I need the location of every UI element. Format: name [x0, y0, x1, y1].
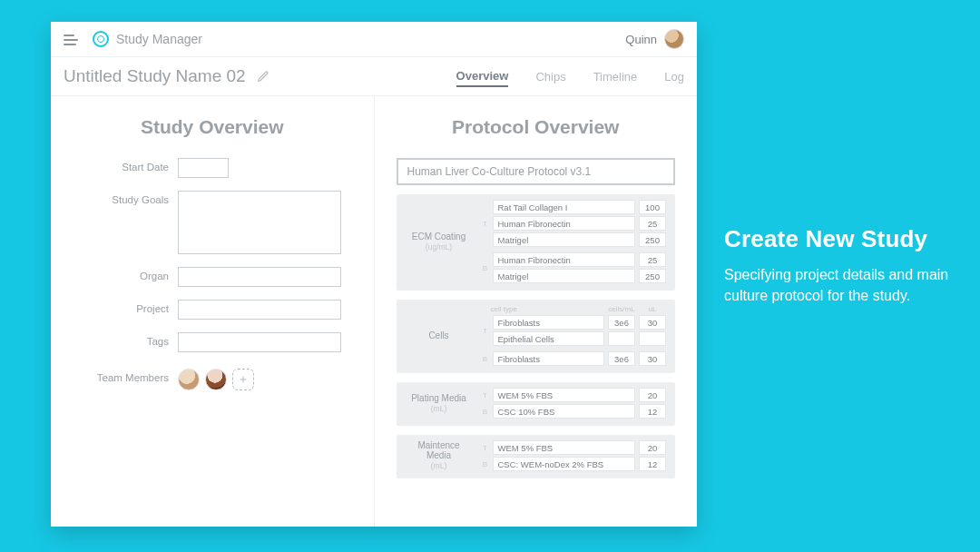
- label-project: Project: [73, 300, 178, 314]
- cell-value[interactable]: 250: [639, 269, 666, 283]
- cell-name[interactable]: Matrigel: [493, 232, 636, 247]
- cell-name[interactable]: WEM 5% FBS: [493, 440, 636, 455]
- channel-top: T: [482, 220, 489, 228]
- block-label-text: ECM Coating: [412, 232, 466, 242]
- row-project: Project: [73, 300, 352, 320]
- tab-chips[interactable]: Chips: [535, 66, 565, 86]
- channel-bottom: B: [482, 408, 489, 416]
- study-section-title: Study Overview: [73, 116, 352, 138]
- label-organ: Organ: [73, 267, 178, 281]
- row-tags: Tags: [73, 332, 352, 352]
- sub-header: Untitled Study Name 02 Overview Chips Ti…: [51, 56, 697, 96]
- main-area: Study Overview Start Date Study Goals Or…: [51, 96, 697, 527]
- tab-timeline[interactable]: Timeline: [593, 66, 638, 86]
- cell-value[interactable]: 30: [639, 351, 666, 366]
- cell-name[interactable]: Human Fibronectin: [493, 252, 636, 267]
- row-team-members: Team Members: [73, 369, 352, 390]
- cell-value[interactable]: 3e6: [608, 351, 635, 366]
- team-avatar[interactable]: [178, 369, 200, 390]
- app-title: Study Manager: [116, 32, 202, 46]
- protocol-name-input[interactable]: Human Liver Co-Culture Protocol v3.1: [397, 158, 676, 185]
- label-team-members: Team Members: [73, 369, 178, 383]
- pencil-icon[interactable]: [257, 70, 270, 83]
- channel-bottom: B: [482, 355, 489, 363]
- block-label-unit: (ug/mL): [406, 243, 473, 251]
- maint-body: T WEM 5% FBS 20 B CSC: WEM-noDex 2% FBS …: [482, 440, 667, 471]
- cells-body: cell type cells/mL uL T Fibroblasts 3e6 …: [482, 305, 667, 366]
- top-bar: Study Manager Quinn: [51, 22, 697, 56]
- cell-value[interactable]: 3e6: [608, 315, 635, 330]
- col-header: cells/mL: [608, 305, 635, 313]
- block-ecm-coating: ECM Coating (ug/mL) T Rat Tail Collagen …: [397, 194, 676, 291]
- input-start-date[interactable]: [178, 158, 229, 178]
- channel-bottom: B: [482, 264, 489, 272]
- cell-name[interactable]: Human Fibronectin: [493, 216, 636, 231]
- user-avatar[interactable]: [664, 29, 684, 49]
- cell-value[interactable]: 30: [639, 315, 666, 330]
- plus-icon: [238, 374, 249, 385]
- label-study-goals: Study Goals: [73, 191, 178, 205]
- label-plating-media: Plating Media (mL): [406, 393, 473, 413]
- label-cells: Cells: [406, 330, 473, 340]
- cell-value[interactable]: 20: [639, 440, 666, 455]
- protocol-overview-pane: Protocol Overview Human Liver Co-Culture…: [374, 96, 698, 527]
- app-window: Study Manager Quinn Untitled Study Name …: [51, 22, 697, 527]
- block-cells: Cells cell type cells/mL uL T Fibroblast…: [397, 300, 676, 373]
- tabs: Overview Chips Timeline Log: [456, 57, 684, 95]
- cell-name[interactable]: Matrigel: [493, 269, 636, 283]
- username-label: Quinn: [625, 33, 657, 46]
- block-label-unit: (mL): [406, 405, 473, 413]
- block-label-unit: (mL): [406, 462, 473, 470]
- study-overview-pane: Study Overview Start Date Study Goals Or…: [51, 96, 374, 527]
- cells-col-headers: cell type cells/mL uL: [482, 305, 667, 313]
- input-project[interactable]: [178, 300, 341, 320]
- cell-name[interactable]: CSC: WEM-noDex 2% FBS: [493, 457, 636, 471]
- study-name: Untitled Study Name 02: [64, 66, 246, 86]
- cell-value[interactable]: 25: [639, 216, 666, 231]
- label-maintenance-media: Maintence Media (mL): [406, 440, 473, 470]
- row-start-date: Start Date: [73, 158, 352, 178]
- protocol-section-title: Protocol Overview: [397, 116, 676, 138]
- cell-value[interactable]: 100: [639, 200, 666, 214]
- cell-name[interactable]: WEM 5% FBS: [493, 388, 636, 402]
- cell-name[interactable]: Epithelial Cells: [493, 331, 605, 346]
- block-plating-media: Plating Media (mL) T WEM 5% FBS 20 B CSC…: [397, 382, 676, 426]
- col-header: uL: [639, 305, 666, 313]
- channel-top: T: [482, 391, 489, 399]
- cell-value[interactable]: [608, 331, 635, 346]
- block-label-text: Plating Media: [411, 393, 466, 403]
- input-tags[interactable]: [178, 332, 341, 352]
- explainer-title: Create New Study: [724, 225, 953, 253]
- cell-value[interactable]: 12: [639, 404, 666, 419]
- block-maintenance-media: Maintence Media (mL) T WEM 5% FBS 20 B C…: [397, 435, 676, 478]
- cell-value[interactable]: 20: [639, 388, 666, 402]
- cell-name[interactable]: Fibroblasts: [493, 315, 605, 330]
- ecm-body: T Rat Tail Collagen I100 Human Fibronect…: [482, 200, 667, 283]
- col-header: cell type: [491, 305, 605, 313]
- channel-top: T: [482, 327, 489, 335]
- ecm-top-group: T Rat Tail Collagen I100 Human Fibronect…: [482, 200, 667, 247]
- cell-value[interactable]: [639, 331, 666, 346]
- cell-name[interactable]: Rat Tail Collagen I: [493, 200, 636, 214]
- cell-value[interactable]: 12: [639, 457, 666, 471]
- add-team-member-button[interactable]: [232, 369, 254, 390]
- row-organ: Organ: [73, 267, 352, 287]
- explainer-panel: Create New Study Specifying project deta…: [724, 225, 953, 306]
- cell-name[interactable]: Fibroblasts: [493, 351, 605, 366]
- tab-log[interactable]: Log: [664, 66, 684, 86]
- explainer-body: Specifying project details and main cult…: [724, 264, 953, 306]
- cell-value[interactable]: 25: [639, 252, 666, 267]
- cells-bottom-group: B Fibroblasts 3e6 30: [482, 351, 667, 366]
- channel-bottom: B: [482, 460, 489, 468]
- row-study-goals: Study Goals: [73, 191, 352, 254]
- tab-overview[interactable]: Overview: [456, 65, 509, 87]
- input-organ[interactable]: [178, 267, 341, 287]
- cell-value[interactable]: 250: [639, 232, 666, 247]
- menu-icon[interactable]: [64, 34, 80, 44]
- team-avatar[interactable]: [205, 369, 227, 390]
- label-start-date: Start Date: [73, 158, 178, 172]
- cell-name[interactable]: CSC 10% FBS: [493, 404, 636, 419]
- input-study-goals[interactable]: [178, 191, 341, 254]
- team-avatars: [178, 369, 254, 390]
- label-ecm-coating: ECM Coating (ug/mL): [406, 232, 473, 251]
